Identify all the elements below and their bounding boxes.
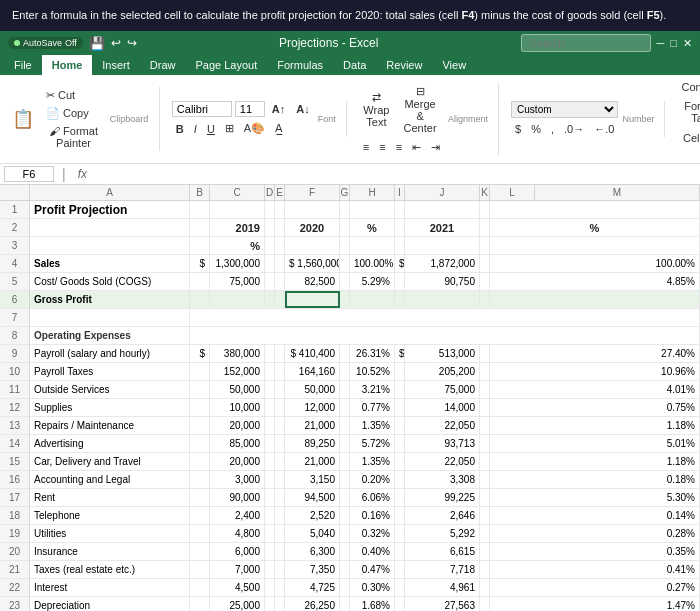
cell-e6[interactable]	[275, 291, 285, 308]
tab-insert[interactable]: Insert	[92, 55, 140, 75]
cell-a10[interactable]: Payroll Taxes	[30, 363, 190, 380]
cell-a19[interactable]: Utilities	[30, 525, 190, 542]
cell-h20[interactable]: 0.40%	[350, 543, 395, 560]
cell-k15[interactable]	[480, 453, 490, 470]
cell-k22[interactable]	[480, 579, 490, 596]
maximize-button[interactable]: □	[670, 37, 677, 49]
cell-a12[interactable]: Supplies	[30, 399, 190, 416]
cell-i15[interactable]	[395, 453, 405, 470]
cell-b5[interactable]	[190, 273, 210, 290]
cell-a22[interactable]: Interest	[30, 579, 190, 596]
cell-e3[interactable]	[275, 237, 285, 254]
cell-d21[interactable]	[265, 561, 275, 578]
cell-l13[interactable]: 1.18%	[490, 417, 700, 434]
cell-a14[interactable]: Advertising	[30, 435, 190, 452]
cell-b16[interactable]	[190, 471, 210, 488]
cell-f3[interactable]	[285, 237, 340, 254]
cell-l11[interactable]: 4.01%	[490, 381, 700, 398]
indent-increase-button[interactable]: ⇥	[427, 139, 444, 156]
cell-l17[interactable]: 5.30%	[490, 489, 700, 506]
cell-d23[interactable]	[265, 597, 275, 611]
cell-h4[interactable]: 100.00%	[350, 255, 395, 272]
cell-l15[interactable]: 1.18%	[490, 453, 700, 470]
cell-h16[interactable]: 0.20%	[350, 471, 395, 488]
cell-d20[interactable]	[265, 543, 275, 560]
cell-g18[interactable]	[340, 507, 350, 524]
tab-file[interactable]: File	[4, 55, 42, 75]
minimize-button[interactable]: ─	[657, 37, 665, 49]
cell-k18[interactable]	[480, 507, 490, 524]
cell-b17[interactable]	[190, 489, 210, 506]
font-shrink-button[interactable]: A↓	[292, 101, 313, 117]
cell-g21[interactable]	[340, 561, 350, 578]
cell-c2[interactable]: 2019	[210, 219, 265, 236]
cell-g6[interactable]	[340, 291, 350, 308]
cell-k1[interactable]	[480, 201, 490, 218]
cell-k6[interactable]	[480, 291, 490, 308]
cell-e10[interactable]	[275, 363, 285, 380]
cell-e23[interactable]	[275, 597, 285, 611]
cell-k4[interactable]	[480, 255, 490, 272]
cell-g2[interactable]	[340, 219, 350, 236]
cell-l16[interactable]: 0.18%	[490, 471, 700, 488]
cell-a13[interactable]: Repairs / Maintenance	[30, 417, 190, 434]
cell-j6[interactable]	[405, 291, 480, 308]
cell-c18[interactable]: 2,400	[210, 507, 265, 524]
cell-j16[interactable]: 3,308	[405, 471, 480, 488]
cell-g20[interactable]	[340, 543, 350, 560]
cell-j17[interactable]: 99,225	[405, 489, 480, 506]
cell-k2[interactable]	[480, 219, 490, 236]
cell-c21[interactable]: 7,000	[210, 561, 265, 578]
cell-e17[interactable]	[275, 489, 285, 506]
cell-i18[interactable]	[395, 507, 405, 524]
cell-e1[interactable]	[275, 201, 285, 218]
cell-d11[interactable]	[265, 381, 275, 398]
cell-l20[interactable]: 0.35%	[490, 543, 700, 560]
cell-b10[interactable]	[190, 363, 210, 380]
cell-l9[interactable]: 27.40%	[490, 345, 700, 362]
comma-style-button[interactable]: ,	[547, 121, 558, 137]
cell-d17[interactable]	[265, 489, 275, 506]
cell-b3[interactable]	[190, 237, 210, 254]
cell-styles-button[interactable]: Cell Styles ▾	[677, 130, 700, 159]
cell-e4[interactable]	[275, 255, 285, 272]
percent-style-button[interactable]: %	[527, 121, 545, 137]
cell-b1[interactable]	[190, 201, 210, 218]
cell-d1[interactable]	[265, 201, 275, 218]
cell-h2[interactable]: %	[350, 219, 395, 236]
cell-rest-7[interactable]	[190, 309, 700, 326]
cell-g16[interactable]	[340, 471, 350, 488]
cell-k20[interactable]	[480, 543, 490, 560]
cell-e15[interactable]	[275, 453, 285, 470]
cell-a18[interactable]: Telephone	[30, 507, 190, 524]
cell-k13[interactable]	[480, 417, 490, 434]
cell-k3[interactable]	[480, 237, 490, 254]
cell-h21[interactable]: 0.47%	[350, 561, 395, 578]
cell-h9[interactable]: 26.31%	[350, 345, 395, 362]
cell-a2[interactable]	[30, 219, 190, 236]
underline-button[interactable]: U	[203, 121, 219, 137]
cell-j1[interactable]	[405, 201, 480, 218]
cell-d16[interactable]	[265, 471, 275, 488]
cell-c4[interactable]: 1,300,000	[210, 255, 265, 272]
cell-d2[interactable]	[265, 219, 275, 236]
cell-a4-sales[interactable]: Sales	[30, 255, 190, 272]
cell-j22[interactable]: 4,961	[405, 579, 480, 596]
cell-g19[interactable]	[340, 525, 350, 542]
cell-k5[interactable]	[480, 273, 490, 290]
cell-c5[interactable]: 75,000	[210, 273, 265, 290]
cell-l12[interactable]: 0.75%	[490, 399, 700, 416]
cell-g23[interactable]	[340, 597, 350, 611]
cell-e14[interactable]	[275, 435, 285, 452]
cell-i1[interactable]	[395, 201, 405, 218]
tab-home[interactable]: Home	[42, 55, 93, 75]
cell-a7[interactable]	[30, 309, 190, 326]
tab-review[interactable]: Review	[376, 55, 432, 75]
cell-l23[interactable]: 1.47%	[490, 597, 700, 611]
cell-b20[interactable]	[190, 543, 210, 560]
cell-e5[interactable]	[275, 273, 285, 290]
cell-c3[interactable]: %	[210, 237, 265, 254]
cell-c23[interactable]: 25,000	[210, 597, 265, 611]
cell-b22[interactable]	[190, 579, 210, 596]
cell-f15[interactable]: 21,000	[285, 453, 340, 470]
